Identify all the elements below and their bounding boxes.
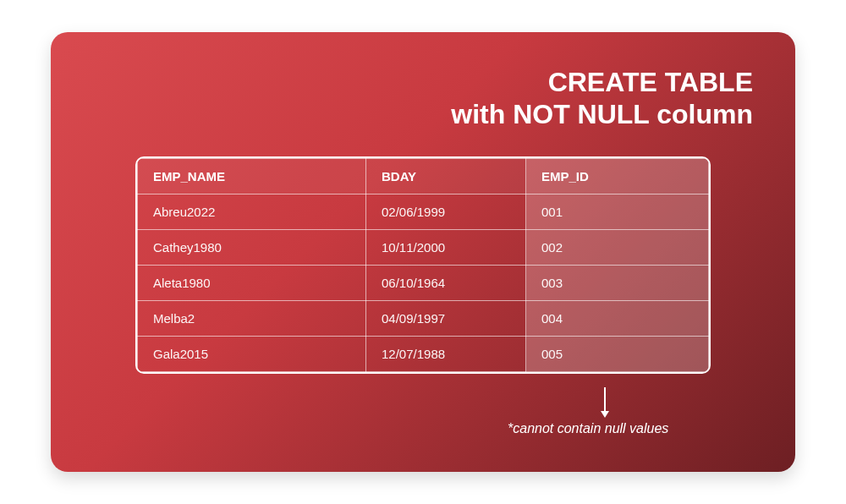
cell-id: 004 [526, 300, 709, 336]
cell-name: Aleta1980 [138, 265, 366, 300]
cell-bday: 04/09/1997 [366, 300, 526, 336]
table-row: Abreu2022 02/06/1999 001 [138, 194, 709, 229]
cell-bday: 12/07/1988 [366, 336, 526, 371]
cell-id: 005 [526, 336, 709, 371]
cell-bday: 06/10/1964 [366, 265, 526, 300]
cell-name: Melba2 [138, 300, 366, 336]
cell-bday: 10/11/2000 [366, 229, 526, 265]
table-row: Cathey1980 10/11/2000 002 [138, 229, 709, 265]
cell-name: Cathey1980 [138, 229, 366, 265]
arrow-down-icon [601, 411, 609, 418]
arrow-line [604, 387, 606, 411]
title: CREATE TABLE with NOT NULL column [93, 66, 753, 131]
table-row: Gala2015 12/07/1988 005 [138, 336, 709, 371]
col-header-bday: BDAY [366, 158, 526, 194]
table-row: Melba2 04/09/1997 004 [138, 300, 709, 336]
cell-name: Abreu2022 [138, 194, 366, 229]
footnote: *cannot contain null values [508, 421, 668, 436]
col-header-id: EMP_ID [526, 158, 709, 194]
title-line1: CREATE TABLE [548, 67, 753, 97]
cell-name: Gala2015 [138, 336, 366, 371]
cell-bday: 02/06/1999 [366, 194, 526, 229]
table-header-row: EMP_NAME BDAY EMP_ID [138, 158, 709, 194]
employee-table: EMP_NAME BDAY EMP_ID Abreu2022 02/06/199… [137, 158, 709, 372]
diagram-card: CREATE TABLE with NOT NULL column EMP_NA… [51, 32, 795, 472]
arrow [601, 387, 609, 418]
cell-id: 002 [526, 229, 709, 265]
cell-id: 003 [526, 265, 709, 300]
cell-id: 001 [526, 194, 709, 229]
table-wrap: EMP_NAME BDAY EMP_ID Abreu2022 02/06/199… [135, 156, 711, 374]
col-header-name: EMP_NAME [138, 158, 366, 194]
title-line2: with NOT NULL column [451, 99, 753, 129]
table-row: Aleta1980 06/10/1964 003 [138, 265, 709, 300]
